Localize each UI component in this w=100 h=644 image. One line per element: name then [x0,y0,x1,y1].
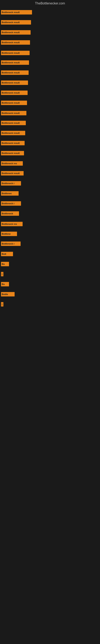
bar: Bottleneck [1,211,19,216]
bar-label: Bott [2,253,6,255]
bar-row: Bottleneck result [1,60,31,65]
bar-label: Bottle [2,293,8,296]
bar: | [1,272,3,276]
bar: Bo [1,262,9,266]
bar-row: Bottleneck result [1,151,26,155]
bar-label: Bottleneck res [2,162,17,164]
bar: Bottleneck result [1,80,28,85]
bar-label: Bottleneck r [2,182,15,184]
bar: Bottlenec [1,191,19,196]
bar-row: Bottleneck res [1,222,25,226]
bar-label: Bottleneck result [2,92,20,94]
bar-label: Bottleneck r [2,242,15,245]
bar: | [1,302,3,306]
bar: Bottleneck result [1,141,25,145]
bar: Bottleneck result [1,121,26,125]
bar-row: Bottle [1,292,17,296]
bar: Bottleneck result [1,60,29,65]
bar-row: | [1,272,5,276]
bar-label: Bottleneck result [2,102,20,104]
bar-label: | [2,303,2,306]
bar-label: Bottleneck result [2,62,20,64]
bar: Bottleneck result [1,151,24,155]
bar-label: Bottleneck result [2,41,20,44]
bar: Bottleneck result [1,40,30,45]
bar-label: Bottleneck result [2,11,20,14]
bar-row: Bottleneck result [1,30,33,34]
bar-label: Bottleneck result [2,152,20,154]
bar-label: | [2,273,2,275]
bar-row: Bottlenec [1,191,21,196]
bar: Bottlene [1,232,17,236]
bar-label: Bottleneck result [2,52,20,54]
bar-label: Bottleneck result [2,122,20,124]
bar: Bottleneck result [1,70,29,75]
site-title: TheBottlenecker.com [0,0,100,6]
bar-row: Bo [1,262,11,266]
bar-row: Bottleneck result [1,111,28,115]
bar-row: Bottleneck result [1,121,28,125]
bar-label: Bottleneck res [2,223,17,225]
bar-label: Bottleneck result [2,172,20,174]
bar-row: Bottleneck [1,211,21,216]
chart-area: Bottleneck resultBottleneck resultBottle… [0,6,100,642]
bar-row: Bottleneck result [1,80,30,85]
bar-row: Bo [1,282,11,286]
bar: Bottleneck result [1,131,25,135]
bar: Bottleneck result [1,51,30,55]
bar-label: Bottleneck r [2,202,15,205]
bar-label: Bottleneck result [2,82,20,84]
bar-label: Bottleneck result [2,72,20,74]
bar: Bottleneck result [1,171,24,176]
bar: Bott [1,252,13,256]
bar-label: Bottleneck result [2,112,20,114]
bar: Bottleneck result [1,111,26,115]
bar-label: Bottleneck result [2,132,20,134]
bar-label: Bottleneck result [2,142,20,144]
bar-row: Bottleneck result [1,171,26,176]
bar-row: Bottleneck r [1,201,23,206]
bar-label: Bottlene [2,233,11,235]
bar: Bottleneck r [1,201,21,206]
bar-row: Bottlene [1,232,19,236]
bar: Bottleneck result [1,20,31,24]
bar-row: Bottleneck result [1,20,33,24]
bar: Bottleneck result [1,10,32,14]
bar-row: Bott [1,252,15,256]
bar-label: Bottleneck result [2,21,20,24]
bar: Bottleneck r [1,242,21,246]
bar-label: Bottleneck result [2,31,20,34]
bar-row: Bottleneck result [1,51,32,55]
page-container: TheBottlenecker.com Bottleneck resultBot… [0,0,100,644]
bar-row: Bottleneck result [1,70,31,75]
bar: Bottleneck result [1,90,28,95]
bar: Bottleneck result [1,100,27,105]
bar: Bottleneck r [1,181,21,186]
bar-label: Bo [2,283,5,285]
bar-row: Bottleneck result [1,100,29,105]
bar-row: Bottleneck result [1,40,32,45]
bar: Bottleneck result [1,30,31,34]
bar-row: Bottleneck r [1,242,23,246]
bar-row: Bottleneck result [1,141,27,145]
bar-row: Bottleneck r [1,181,23,186]
bar-row: Bottleneck res [1,161,25,166]
bar: Bottleneck res [1,161,23,166]
bar-label: Bo [2,263,5,265]
bar-row: | [1,302,5,306]
bar-label: Bottlenec [2,192,12,194]
bar: Bottleneck res [1,222,23,226]
bar-row: Bottleneck result [1,10,34,14]
bar-label: Bottleneck [2,212,13,215]
bar-row: Bottleneck result [1,131,27,135]
bar: Bo [1,282,9,286]
bar: Bottle [1,292,15,296]
bar-row: Bottleneck result [1,90,30,95]
